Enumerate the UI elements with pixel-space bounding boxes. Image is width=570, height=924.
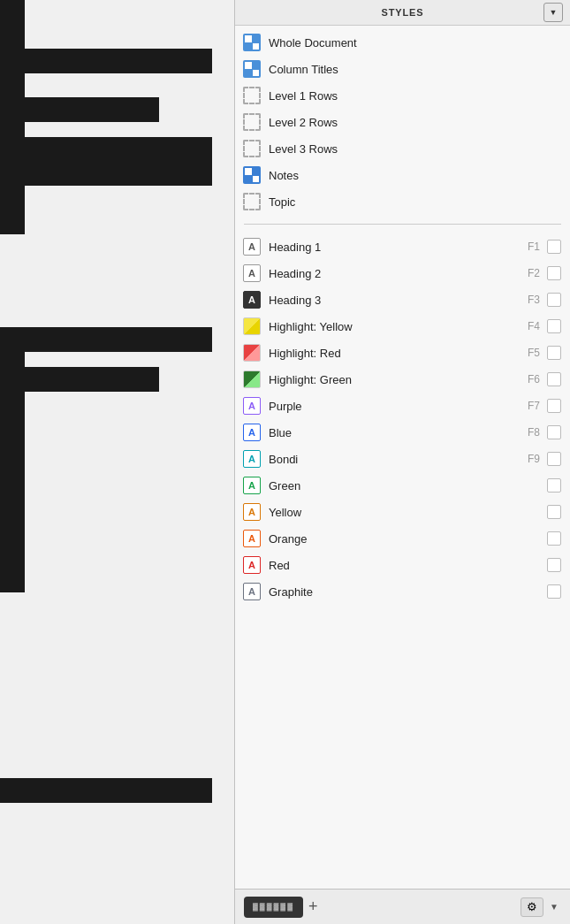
heading-2-icon: A bbox=[242, 263, 262, 283]
orange-checkbox[interactable] bbox=[547, 531, 561, 546]
orange-label: Orange bbox=[269, 532, 540, 546]
gear-icon: ⚙ bbox=[527, 900, 537, 913]
heading-3-checkbox[interactable] bbox=[547, 293, 561, 307]
yellow-checkbox[interactable] bbox=[547, 505, 561, 519]
styles-dropdown-button[interactable]: ▼ bbox=[543, 3, 563, 22]
column-titles-label: Column Titles bbox=[269, 63, 561, 76]
style-item-purple[interactable]: A Purple F7 bbox=[235, 393, 570, 419]
column-titles-icon bbox=[242, 59, 262, 79]
editor-bar-1 bbox=[0, 49, 212, 73]
heading-3-icon: A bbox=[242, 290, 262, 309]
dark-pill: ▓▓▓▓▓▓ bbox=[244, 897, 303, 918]
style-item-topic[interactable]: Topic bbox=[235, 188, 570, 215]
level-3-rows-label: Level 3 Rows bbox=[269, 142, 561, 156]
app-container: STYLES ▼ Whole Document bbox=[0, 0, 570, 924]
purple-checkbox[interactable] bbox=[547, 399, 561, 413]
heading-2-checkbox[interactable] bbox=[547, 266, 561, 280]
red-checkbox[interactable] bbox=[547, 558, 561, 572]
purple-icon: A bbox=[242, 396, 262, 416]
level-3-rows-icon bbox=[242, 139, 262, 158]
blue-shortcut: F8 bbox=[528, 426, 540, 439]
style-item-green[interactable]: A Green bbox=[235, 472, 570, 499]
style-item-column-titles[interactable]: Column Titles bbox=[235, 56, 570, 82]
red-label: Red bbox=[269, 559, 540, 572]
styles-header: STYLES ▼ bbox=[235, 0, 570, 26]
bondi-icon: A bbox=[242, 449, 262, 469]
highlight-yellow-label: Highlight: Yellow bbox=[269, 320, 528, 333]
highlight-red-icon bbox=[242, 343, 262, 363]
editor-bar-vert-top bbox=[0, 0, 25, 49]
styles-divider bbox=[244, 224, 561, 225]
graphite-label: Graphite bbox=[269, 585, 540, 599]
settings-chevron-button[interactable]: ▼ bbox=[547, 897, 561, 917]
notes-icon bbox=[242, 165, 262, 185]
level-2-rows-label: Level 2 Rows bbox=[269, 116, 561, 129]
topic-label: Topic bbox=[269, 195, 561, 209]
style-item-orange[interactable]: A Orange bbox=[235, 525, 570, 552]
highlight-green-shortcut: F6 bbox=[528, 373, 540, 386]
styles-title: STYLES bbox=[381, 7, 423, 18]
style-item-whole-document[interactable]: Whole Document bbox=[235, 29, 570, 56]
highlight-red-label: Highlight: Red bbox=[269, 347, 528, 360]
editor-bar-3 bbox=[0, 137, 212, 186]
blue-label: Blue bbox=[269, 426, 528, 439]
style-item-blue[interactable]: A Blue F8 bbox=[235, 419, 570, 446]
style-item-red[interactable]: A Red bbox=[235, 552, 570, 578]
heading-3-label: Heading 3 bbox=[269, 294, 528, 307]
graphite-icon: A bbox=[242, 582, 262, 601]
green-checkbox[interactable] bbox=[547, 478, 561, 493]
editor-bar-vert-1 bbox=[0, 49, 25, 234]
style-item-yellow[interactable]: A Yellow bbox=[235, 499, 570, 525]
style-item-notes[interactable]: Notes bbox=[235, 162, 570, 188]
heading-1-checkbox[interactable] bbox=[547, 240, 561, 254]
add-style-button[interactable]: + bbox=[308, 897, 318, 916]
style-item-level-3-rows[interactable]: Level 3 Rows bbox=[235, 135, 570, 162]
settings-button[interactable]: ⚙ bbox=[521, 897, 543, 917]
red-icon: A bbox=[242, 555, 262, 575]
style-item-level-2-rows[interactable]: Level 2 Rows bbox=[235, 109, 570, 135]
style-item-level-1-rows[interactable]: Level 1 Rows bbox=[235, 82, 570, 109]
heading-1-label: Heading 1 bbox=[269, 241, 528, 254]
blue-checkbox[interactable] bbox=[547, 425, 561, 439]
bottom-right: ⚙ ▼ bbox=[521, 897, 561, 917]
heading-2-shortcut: F2 bbox=[528, 267, 540, 279]
bondi-label: Bondi bbox=[269, 453, 528, 466]
editor-bar-vert-2 bbox=[0, 327, 25, 592]
highlight-yellow-shortcut: F4 bbox=[528, 320, 540, 332]
highlight-yellow-checkbox[interactable] bbox=[547, 319, 561, 333]
style-item-heading-3[interactable]: A Heading 3 F3 bbox=[235, 286, 570, 313]
editor-bar-4 bbox=[0, 327, 212, 352]
blue-icon: A bbox=[242, 423, 262, 442]
heading-1-icon: A bbox=[242, 237, 262, 256]
heading-2-label: Heading 2 bbox=[269, 267, 528, 280]
bondi-checkbox[interactable] bbox=[547, 452, 561, 466]
heading-3-shortcut: F3 bbox=[528, 294, 540, 306]
yellow-label: Yellow bbox=[269, 506, 540, 519]
style-item-heading-2[interactable]: A Heading 2 F2 bbox=[235, 260, 570, 286]
purple-shortcut: F7 bbox=[528, 400, 540, 412]
paragraph-styles-list: A Heading 1 F1 A Heading 2 F2 A Heading … bbox=[235, 230, 570, 608]
style-item-heading-1[interactable]: A Heading 1 F1 bbox=[235, 233, 570, 260]
topic-icon bbox=[242, 192, 262, 211]
highlight-red-shortcut: F5 bbox=[528, 347, 540, 359]
style-item-highlight-green[interactable]: Highlight: Green F6 bbox=[235, 366, 570, 393]
notes-label: Notes bbox=[269, 169, 561, 182]
highlight-green-checkbox[interactable] bbox=[547, 372, 561, 386]
orange-icon: A bbox=[242, 529, 262, 548]
green-icon: A bbox=[242, 476, 262, 495]
table-styles-list: Whole Document Column Titles Level 1 Row… bbox=[235, 26, 570, 218]
style-item-highlight-red[interactable]: Highlight: Red F5 bbox=[235, 340, 570, 366]
whole-document-label: Whole Document bbox=[269, 36, 561, 50]
heading-1-shortcut: F1 bbox=[528, 241, 540, 253]
bottom-left: ▓▓▓▓▓▓ + bbox=[244, 897, 318, 918]
whole-document-icon bbox=[242, 33, 262, 52]
style-item-bondi[interactable]: A Bondi F9 bbox=[235, 446, 570, 472]
graphite-checkbox[interactable] bbox=[547, 584, 561, 599]
level-1-rows-icon bbox=[242, 86, 262, 105]
purple-label: Purple bbox=[269, 400, 528, 413]
highlight-yellow-icon bbox=[242, 317, 262, 336]
style-item-highlight-yellow[interactable]: Highlight: Yellow F4 bbox=[235, 313, 570, 340]
highlight-red-checkbox[interactable] bbox=[547, 346, 561, 360]
style-item-graphite[interactable]: A Graphite bbox=[235, 578, 570, 605]
bottom-toolbar: ▓▓▓▓▓▓ + ⚙ ▼ bbox=[235, 889, 570, 924]
